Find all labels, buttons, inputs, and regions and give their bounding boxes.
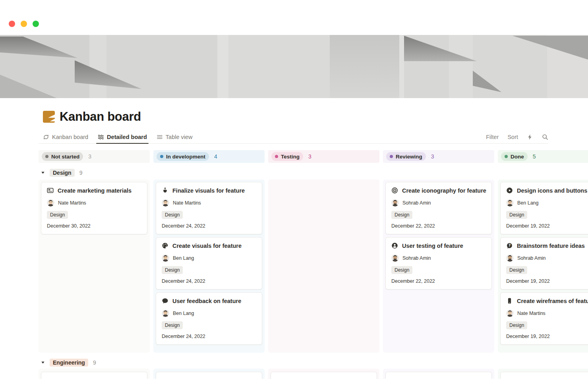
card-assignee: Sohrab Amin	[517, 255, 546, 261]
status-dot-icon	[160, 155, 163, 158]
card-date: December 19, 2022	[506, 334, 588, 339]
card-date: December 19, 2022	[506, 278, 588, 284]
column-header-in-development[interactable]: In development 4	[153, 150, 265, 163]
tab-table-view[interactable]: Table view	[157, 130, 193, 143]
kanban-card[interactable]: Create iconography for feature Sohrab Am…	[385, 182, 492, 234]
group-header-engineering: Engineering 9	[41, 358, 588, 367]
card-title: Create iconography for feature	[402, 187, 486, 194]
kanban-card-partial[interactable]	[385, 372, 492, 379]
tab-kanban-board[interactable]: Kanban board	[43, 130, 88, 143]
question-bubble-icon: ?	[506, 242, 513, 249]
card-date: December 19, 2022	[506, 223, 588, 229]
group-label[interactable]: Design	[50, 169, 75, 177]
zoom-button[interactable]	[33, 21, 39, 27]
status-chip[interactable]: In development	[157, 152, 209, 161]
avatar	[506, 309, 514, 317]
avatar	[506, 199, 514, 207]
chevron-down-icon[interactable]	[41, 171, 45, 175]
column-header-testing[interactable]: Testing 3	[268, 150, 379, 163]
card-tag: Design	[391, 211, 412, 219]
status-label: Testing	[281, 154, 300, 160]
kanban-card[interactable]: User testing of feature Sohrab Amin Desi…	[385, 237, 492, 290]
status-count: 3	[308, 153, 311, 160]
kanban-card-partial[interactable]	[500, 372, 588, 379]
search-icon[interactable]	[542, 134, 548, 140]
column-in-development: Finalize visuals for feature Nate Martin…	[153, 180, 265, 353]
card-title: Create wireframes of feature	[517, 298, 588, 304]
kanban-card[interactable]: Finalize visuals for feature Nate Martin…	[156, 182, 262, 234]
status-chip[interactable]: Testing	[271, 152, 303, 161]
kanban-card[interactable]: User feedback on feature Ben Lang Design…	[156, 292, 262, 345]
card-assignee: Nate Martins	[58, 200, 86, 206]
filter-button[interactable]: Filter	[486, 134, 499, 140]
kanban-card[interactable]: Design icons and buttons Ben Lang Design…	[500, 182, 588, 234]
column-testing	[268, 369, 379, 379]
tab-label: Table view	[166, 134, 193, 140]
minimize-button[interactable]	[21, 21, 27, 27]
status-dot-icon	[45, 155, 48, 158]
card-assignee: Ben Lang	[173, 255, 194, 261]
avatar	[391, 254, 399, 262]
card-date: December 22, 2022	[391, 223, 486, 229]
cycle-icon	[43, 134, 49, 140]
column-header-done[interactable]: Done 5	[498, 150, 588, 163]
board-toolbar: Filter Sort	[486, 130, 548, 143]
card-date: December 24, 2022	[162, 334, 256, 339]
close-button[interactable]	[9, 21, 15, 27]
card-title: Create visuals for feature	[172, 243, 242, 249]
frame-icon	[47, 187, 54, 194]
column-header-reviewing[interactable]: Reviewing 3	[383, 150, 494, 163]
card-assignee: Ben Lang	[517, 200, 539, 206]
avatar	[162, 199, 169, 207]
column-reviewing	[383, 369, 494, 379]
card-date: December 22, 2022	[391, 278, 486, 284]
column-reviewing: Create iconography for feature Sohrab Am…	[383, 180, 494, 353]
chevron-down-icon[interactable]	[41, 361, 45, 365]
card-assignee: Nate Martins	[173, 200, 201, 206]
card-title: User testing of feature	[402, 243, 463, 249]
svg-text:?: ?	[509, 243, 511, 247]
status-chip[interactable]: Reviewing	[386, 152, 426, 161]
status-dot-icon	[505, 155, 508, 158]
kanban-card-partial[interactable]	[156, 372, 262, 379]
card-date: December 24, 2022	[162, 223, 256, 229]
column-header-not-started[interactable]: Not started 3	[39, 150, 150, 163]
status-chip[interactable]: Not started	[42, 152, 83, 161]
brush-icon	[162, 187, 168, 194]
card-tag: Design	[506, 211, 527, 219]
status-label: Not started	[51, 154, 79, 160]
page-title: Kanban board	[60, 110, 141, 124]
kanban-card[interactable]: Create wireframes of feature Nate Martin…	[500, 292, 588, 345]
card-tag: Design	[506, 266, 527, 274]
status-label: In development	[166, 154, 205, 160]
status-dot-icon	[390, 155, 393, 158]
avatar	[162, 254, 169, 262]
card-tag: Design	[162, 266, 183, 274]
card-assignee: Sohrab Amin	[402, 200, 431, 206]
cover-image	[0, 35, 588, 98]
board-icon[interactable]	[43, 111, 55, 123]
column-not-started: Create marketing materials Nate Martins …	[39, 180, 150, 353]
avatar	[391, 199, 399, 207]
kanban-card[interactable]: ? Brainstorm feature ideas Sohrab Amin D…	[500, 237, 588, 290]
lightning-icon[interactable]	[527, 134, 533, 140]
kanban-card[interactable]: Create visuals for feature Ben Lang Desi…	[156, 237, 262, 290]
group-label[interactable]: Engineering	[50, 359, 88, 367]
sort-button[interactable]: Sort	[507, 134, 518, 140]
view-tabs-bar: Kanban boardDetailed boardTable view Fil…	[39, 130, 548, 144]
menu-icon	[157, 134, 163, 140]
kanban-card-partial[interactable]	[41, 372, 147, 379]
card-tag: Design	[162, 211, 183, 219]
card-assignee: Nate Martins	[517, 311, 545, 316]
group-header-design: Design 9	[41, 168, 588, 177]
status-chip[interactable]: Done	[501, 152, 528, 161]
kanban-card[interactable]: Create marketing materials Nate Martins …	[41, 182, 147, 234]
target-icon	[391, 187, 398, 194]
status-count: 3	[88, 153, 91, 160]
tab-detailed-board[interactable]: Detailed board	[98, 130, 147, 143]
kanban-card-partial[interactable]	[271, 372, 377, 379]
speech-bubble-icon	[162, 297, 168, 304]
card-assignee: Sohrab Amin	[402, 255, 431, 261]
tab-label: Detailed board	[107, 134, 147, 140]
avatar	[162, 309, 169, 317]
